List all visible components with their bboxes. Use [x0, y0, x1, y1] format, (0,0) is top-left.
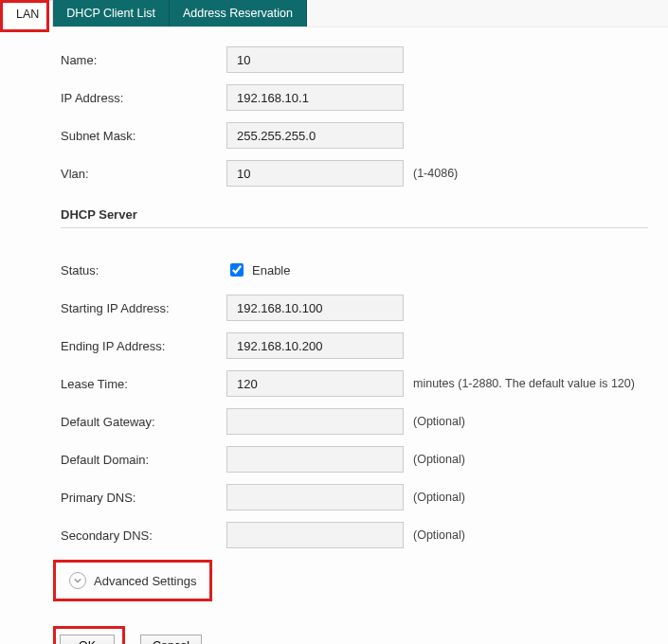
- default-gateway-label: Default Gateway:: [61, 415, 226, 429]
- primary-dns-hint: (Optional): [413, 491, 465, 504]
- subnet-mask-input[interactable]: [226, 122, 404, 149]
- default-gateway-hint: (Optional): [413, 415, 465, 428]
- secondary-dns-input[interactable]: [226, 522, 404, 548]
- starting-ip-input[interactable]: [226, 295, 404, 321]
- default-domain-input[interactable]: [226, 446, 404, 473]
- enable-label: Enable: [252, 263, 290, 277]
- tab-lan[interactable]: LAN: [2, 0, 53, 27]
- button-row: OK Cancel: [53, 626, 660, 644]
- default-domain-hint: (Optional): [413, 453, 465, 466]
- tab-dhcp-client-list[interactable]: DHCP Client List: [53, 0, 170, 27]
- cancel-button[interactable]: Cancel: [140, 635, 202, 644]
- secondary-dns-hint: (Optional): [413, 528, 465, 542]
- subnet-mask-label: Subnet Mask:: [61, 129, 226, 143]
- ok-button[interactable]: OK: [60, 635, 115, 644]
- advanced-settings-toggle[interactable]: Advanced Settings: [62, 566, 204, 595]
- highlight-ok: OK: [53, 626, 125, 644]
- dhcp-server-heading: DHCP Server: [61, 207, 648, 228]
- enable-checkbox[interactable]: [230, 263, 244, 277]
- name-label: Name:: [61, 53, 226, 67]
- lease-time-input[interactable]: [226, 370, 404, 397]
- advanced-settings-label: Advanced Settings: [94, 574, 196, 588]
- ip-address-label: IP Address:: [61, 91, 226, 105]
- tab-bar: LAN DHCP Client List Address Reservation: [0, 0, 668, 27]
- highlight-advanced: Advanced Settings: [53, 560, 212, 601]
- primary-dns-input[interactable]: [226, 484, 404, 510]
- tab-address-reservation[interactable]: Address Reservation: [170, 0, 307, 27]
- lan-form: Name: IP Address: Subnet Mask: Vlan: (1-…: [0, 27, 668, 644]
- vlan-label: Vlan:: [61, 167, 226, 181]
- chevron-down-icon: [69, 572, 86, 589]
- name-input[interactable]: [226, 46, 404, 73]
- primary-dns-label: Primary DNS:: [61, 491, 226, 505]
- lease-time-hint: minutes (1-2880. The default value is 12…: [413, 377, 635, 390]
- ending-ip-label: Ending IP Address:: [61, 339, 226, 353]
- default-gateway-input[interactable]: [226, 408, 404, 435]
- starting-ip-label: Starting IP Address:: [61, 301, 226, 315]
- default-domain-label: Default Domain:: [61, 453, 226, 467]
- enable-checkbox-wrap[interactable]: Enable: [226, 260, 290, 279]
- vlan-input[interactable]: [226, 160, 404, 187]
- secondary-dns-label: Secondary DNS:: [61, 528, 226, 543]
- status-label: Status:: [61, 263, 226, 277]
- ip-address-input[interactable]: [226, 84, 404, 111]
- ending-ip-input[interactable]: [226, 332, 404, 359]
- vlan-hint: (1-4086): [413, 167, 458, 180]
- lease-time-label: Lease Time:: [61, 377, 226, 391]
